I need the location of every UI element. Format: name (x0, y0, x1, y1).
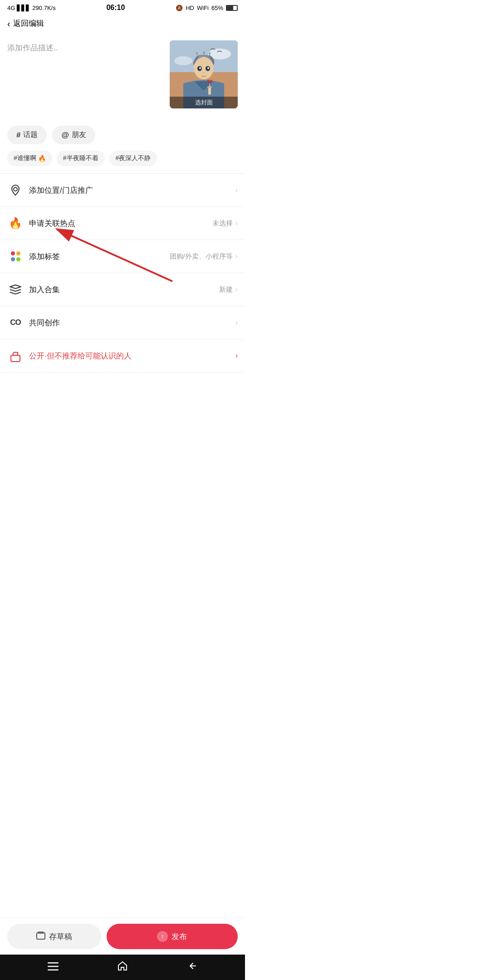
status-left: 4G ▋▋▋ 290.7K/s (7, 5, 56, 11)
back-arrow-icon: ‹ (7, 19, 10, 28)
topic-label: 话题 (23, 130, 38, 140)
collection-arrow: › (235, 285, 238, 294)
location-icon (7, 182, 24, 198)
co-text: CO (10, 318, 21, 327)
hashtag-text-1: #半夜睡不着 (63, 154, 98, 162)
network-label: 4G (7, 5, 15, 11)
hashtag-suggestion-1[interactable]: #半夜睡不着 (57, 151, 105, 166)
hd-label: HD (186, 5, 194, 11)
hashtag-suggestion-2[interactable]: #夜深人不静 (109, 151, 157, 166)
at-icon: @ (61, 131, 69, 140)
cover-label[interactable]: 选封面 (170, 97, 238, 108)
topic-button[interactable]: # 话题 (7, 126, 47, 144)
tag-buttons-row: # 话题 @ 朋友 (0, 126, 245, 151)
time-label: 06:10 (106, 4, 125, 12)
description-input[interactable]: 添加作品描述.. (7, 40, 164, 118)
menu-item-location[interactable]: 添加位置/门店推广 › (0, 174, 245, 207)
bell-icon: 🔕 (176, 5, 183, 11)
svg-rect-10 (209, 83, 210, 87)
status-right: 🔕 HD WiFi 65% (176, 5, 238, 11)
fire-icon-0: 🔥 (38, 155, 46, 162)
fire-icon: 🔥 (7, 215, 24, 231)
cocreate-arrow: › (235, 318, 238, 327)
wifi-icon: WiFi (197, 5, 209, 11)
back-label: 返回编辑 (13, 18, 44, 29)
hashtag-text-0: #谁懂啊 (14, 154, 36, 162)
privacy-label: 公开·但不推荐给可能认识的人 (29, 351, 235, 361)
speed-label: 290.7K/s (32, 5, 55, 11)
mention-label: 朋友 (72, 130, 86, 140)
menu-item-cocreate[interactable]: CO 共同创作 › (0, 306, 245, 339)
collection-value: 新建 (219, 285, 233, 294)
tags-arrow: › (235, 252, 238, 260)
hotspot-arrow: › (235, 219, 238, 227)
tags-label: 添加标签 (29, 251, 170, 262)
hashtag-icon: # (16, 131, 20, 140)
hashtag-text-2: #夜深人不静 (116, 154, 151, 162)
content-area: 添加作品描述.. (0, 35, 245, 126)
layers-icon (7, 281, 24, 298)
status-bar: 4G ▋▋▋ 290.7K/s 06:10 🔕 HD WiFi 65% (0, 0, 245, 14)
tags-value: 团购/外卖、小程序等 (170, 252, 233, 261)
hotspot-value: 未选择 (212, 219, 233, 228)
svg-rect-12 (11, 355, 20, 362)
location-arrow: › (235, 186, 238, 194)
battery-label: 65% (211, 5, 223, 11)
lock-icon (7, 348, 24, 364)
hotspot-label: 申请关联热点 (29, 218, 212, 229)
menu-item-privacy[interactable]: 公开·但不推荐给可能认识的人 › (0, 339, 245, 372)
hashtag-suggestion-0[interactable]: #谁懂啊 🔥 (7, 151, 52, 166)
svg-point-3 (174, 56, 192, 65)
tags-dots-icon (7, 248, 24, 265)
mention-button[interactable]: @ 朋友 (52, 126, 95, 144)
privacy-arrow: › (235, 352, 238, 360)
svg-point-7 (199, 67, 201, 69)
header: ‹ 返回编辑 (0, 14, 245, 35)
co-icon: CO (7, 314, 24, 331)
svg-point-8 (207, 67, 209, 69)
back-button[interactable]: ‹ 返回编辑 (7, 18, 44, 29)
menu-item-tags[interactable]: 添加标签 团购/外卖、小程序等 › (0, 240, 245, 273)
menu-item-collection[interactable]: 加入合集 新建 › (0, 273, 245, 306)
signal-icon: ▋▋▋ (17, 5, 30, 11)
cocreate-label: 共同创作 (29, 318, 235, 328)
hashtag-suggestions-row: #谁懂啊 🔥 #半夜睡不着 #夜深人不静 (0, 151, 245, 173)
page-wrapper: 4G ▋▋▋ 290.7K/s 06:10 🔕 HD WiFi 65% ‹ 返回… (0, 0, 245, 431)
menu-item-hotspot[interactable]: 🔥 申请关联热点 未选择 › (0, 207, 245, 240)
cover-image-container[interactable]: 选封面 (170, 40, 238, 108)
svg-point-11 (14, 187, 17, 191)
battery-icon (226, 5, 238, 11)
collection-label: 加入合集 (29, 284, 219, 295)
location-label: 添加位置/门店推广 (29, 185, 235, 196)
bottom-spacer (0, 372, 245, 431)
